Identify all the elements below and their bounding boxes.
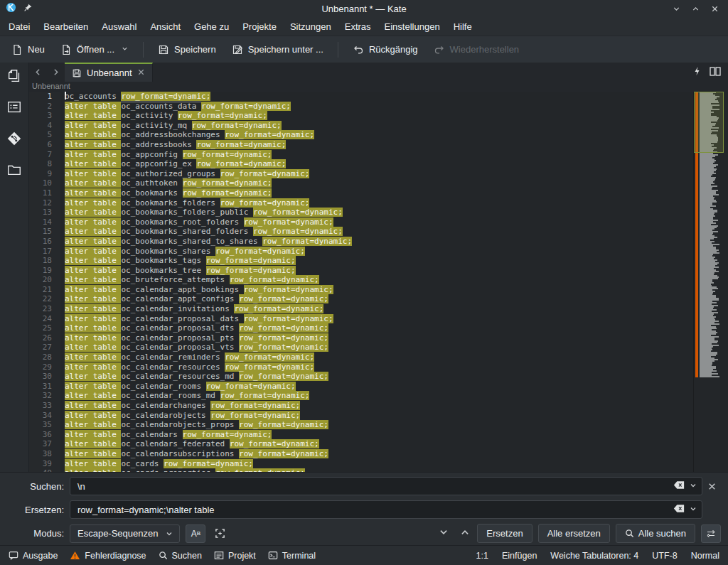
code-line[interactable]: 10alter table oc_authtoken row_format=dy… <box>29 178 693 188</box>
code-line[interactable]: 17alter table oc_bookmarks_shares row_fo… <box>29 247 693 257</box>
code-line[interactable]: 19alter table oc_bookmarks_tree row_form… <box>29 266 693 276</box>
selection-only-toggle[interactable] <box>211 525 228 542</box>
documents-icon[interactable] <box>6 68 22 86</box>
code-line[interactable]: 34alter table oc_calendarobjects row_for… <box>29 411 693 421</box>
code-line[interactable]: 16alter table oc_bookmarks_shared_to_sha… <box>29 237 693 247</box>
undo-button[interactable]: Rückgängig <box>346 41 425 59</box>
code-line[interactable]: 18alter table oc_bookmarks_tags row_form… <box>29 256 693 266</box>
open-button[interactable]: Öffnen ... <box>53 41 136 59</box>
line-number: 13 <box>29 208 60 217</box>
code-line[interactable]: 1oc_accounts row_format=dynamic; <box>29 92 693 102</box>
git-icon[interactable] <box>6 131 22 149</box>
code-line[interactable]: 12alter table oc_bookmarks_folders row_f… <box>29 198 693 208</box>
code-line[interactable]: 3alter table oc_activity row_format=dyna… <box>29 111 693 121</box>
menu-item-extras[interactable]: Extras <box>345 21 371 32</box>
code-line[interactable]: 39alter table oc_cards row_format=dynami… <box>29 459 693 469</box>
menu-item-datei[interactable]: Datei <box>9 21 30 32</box>
code-line[interactable]: 37alter table oc_calendars_federated row… <box>29 439 693 449</box>
code-line[interactable]: 20alter table oc_bruteforce_attempts row… <box>29 275 693 285</box>
code-line[interactable]: 2alter table oc_accounts_data row_format… <box>29 102 693 112</box>
diagnostics-toggle[interactable]: Fehlerdiagnose <box>70 551 146 561</box>
quick-open-icon[interactable] <box>693 66 701 78</box>
input-mode[interactable]: Einfügen <box>502 551 537 561</box>
replace-history-icon[interactable] <box>689 505 697 515</box>
code-line[interactable]: 14alter table oc_bookmarks_root_folders … <box>29 217 693 227</box>
code-line[interactable]: 32alter table oc_calendar_rooms_md row_f… <box>29 391 693 401</box>
tab-close-icon[interactable] <box>137 68 145 78</box>
minimize-button[interactable] <box>672 4 681 14</box>
match-case-toggle[interactable]: AB <box>186 524 205 543</box>
code-line[interactable]: 9alter table oc_authorized_groups row_fo… <box>29 169 693 179</box>
symbols-list-icon[interactable] <box>6 99 22 117</box>
code-line[interactable]: 36alter table oc_calendars row_format=dy… <box>29 430 693 440</box>
encoding[interactable]: UTF-8 <box>652 551 677 561</box>
menu-item-einstellungen[interactable]: Einstellungen <box>385 21 440 32</box>
menu-item-bearbeiten[interactable]: Bearbeiten <box>43 21 88 32</box>
code-line[interactable]: 28alter table oc_calendar_reminders row_… <box>29 353 693 362</box>
find-next-icon[interactable] <box>439 527 449 539</box>
code-line[interactable]: 38alter table oc_calendarsubscriptions r… <box>29 449 693 459</box>
code-line[interactable]: 27alter table oc_calendar_proposal_vts r… <box>29 343 693 353</box>
find-previous-icon[interactable] <box>460 527 470 539</box>
clear-replace-icon[interactable] <box>673 504 685 515</box>
code-line[interactable]: 25alter table oc_calendar_proposal_dts r… <box>29 323 693 333</box>
code-line[interactable]: 30alter table oc_calendar_resources_md r… <box>29 372 693 382</box>
search-toggle[interactable]: Suchen <box>159 551 202 561</box>
code-line[interactable]: 6alter table oc_addressbooks row_format=… <box>29 140 693 150</box>
tab-forward-icon[interactable] <box>47 63 65 82</box>
replace-button[interactable]: Ersetzen <box>477 524 532 543</box>
code-line[interactable]: 7alter table oc_appconfig row_format=dyn… <box>29 150 693 160</box>
tab-back-icon[interactable] <box>29 63 47 82</box>
maximize-button[interactable] <box>691 4 700 14</box>
filesystem-icon[interactable] <box>6 162 22 180</box>
replace-input[interactable]: row_format=dynamic;\nalter table <box>70 500 702 519</box>
pin-icon[interactable] <box>23 3 33 14</box>
code-line[interactable]: 8alter table oc_appconfig_ex row_format=… <box>29 159 693 169</box>
code-line[interactable]: 11alter table oc_bookmarks row_format=dy… <box>29 188 693 198</box>
clear-find-icon[interactable] <box>673 480 685 492</box>
find-input[interactable]: \n <box>70 477 702 495</box>
find-history-icon[interactable] <box>689 481 697 492</box>
code-line[interactable]: 31alter table oc_calendar_rooms row_form… <box>29 382 693 392</box>
menu-item-auswahl[interactable]: Auswahl <box>102 21 136 32</box>
code-line[interactable]: 21alter table oc_calendar_appt_bookings … <box>29 285 693 295</box>
code-line[interactable]: 24alter table oc_calendar_proposal_dats … <box>29 314 693 324</box>
code-line[interactable]: 4alter table oc_activity_mq row_format=d… <box>29 121 693 131</box>
menu-item-ansicht[interactable]: Ansicht <box>150 21 181 32</box>
line-number: 22 <box>29 294 60 304</box>
minimap-viewport[interactable] <box>694 92 724 153</box>
find-all-button[interactable]: Alle suchen <box>616 524 695 543</box>
tab-mode[interactable]: Weiche Tabulatoren: 4 <box>550 551 638 561</box>
output-toggle[interactable]: Ausgabe <box>9 551 58 561</box>
code-line[interactable]: 13alter table oc_bookmarks_folders_publi… <box>29 208 693 217</box>
edit-mode[interactable]: Normal <box>691 551 719 561</box>
code-line[interactable]: 29alter table oc_calendar_resources row_… <box>29 362 693 372</box>
code-line[interactable]: 15alter table oc_bookmarks_shared_folder… <box>29 227 693 237</box>
code-line[interactable]: 22alter table oc_calendar_appt_configs r… <box>29 294 693 304</box>
save-button[interactable]: Speichern <box>151 41 223 59</box>
editor-lines[interactable]: 1oc_accounts row_format=dynamic;2alter t… <box>29 92 693 472</box>
cursor-position[interactable]: 1:1 <box>476 551 488 561</box>
code-line[interactable]: 35alter table oc_calendarobjects_props r… <box>29 420 693 430</box>
code-line[interactable]: 5alter table oc_addressbookchanges row_f… <box>29 130 693 140</box>
replace-all-button[interactable]: Alle ersetzen <box>538 524 610 543</box>
minimap-scrollbar[interactable] <box>693 92 728 472</box>
power-mode-toggle[interactable] <box>701 524 721 543</box>
menu-item-gehe-zu[interactable]: Gehe zu <box>194 21 229 32</box>
tab-unbenannt[interactable]: Unbenannt <box>65 63 153 82</box>
save-as-button[interactable]: Speichern unter ... <box>225 41 331 59</box>
menu-item-sitzungen[interactable]: Sitzungen <box>290 21 331 32</box>
code-line[interactable]: 23alter table oc_calendar_invitations ro… <box>29 304 693 314</box>
close-button[interactable] <box>710 4 719 14</box>
project-toggle[interactable]: Projekt <box>214 551 256 561</box>
menu-item-hilfe[interactable]: Hilfe <box>454 21 472 32</box>
close-search-icon[interactable] <box>702 482 721 491</box>
new-button[interactable]: Neu <box>4 41 52 59</box>
split-view-icon[interactable] <box>710 67 721 78</box>
terminal-toggle[interactable]: Terminal <box>268 551 316 561</box>
menu-item-projekte[interactable]: Projekte <box>242 21 277 32</box>
code-line[interactable]: 26alter table oc_calendar_proposal_pts r… <box>29 333 693 343</box>
code-line[interactable]: 33alter table oc_calendarchanges row_for… <box>29 401 693 411</box>
mode-select[interactable]: Escape-Sequenzen <box>70 524 180 543</box>
open-dropdown-icon[interactable] <box>121 44 129 55</box>
